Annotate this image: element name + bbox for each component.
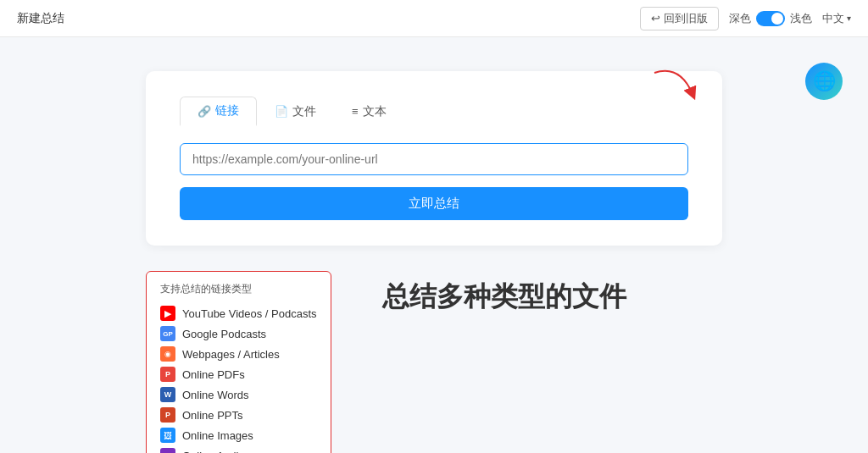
bottom-section: 支持总结的链接类型 ▶ YouTube Videos / Podcasts GP… (146, 271, 722, 453)
theme-light-label: 浅色 (790, 11, 812, 26)
page-title: 新建总结 (17, 11, 64, 26)
tab-group: 🔗 链接 📄 文件 ≡ 文本 (180, 97, 688, 126)
list-item: P Online PDFs (160, 364, 317, 384)
old-version-icon: ↩ (651, 12, 660, 25)
lang-label: 中文 (822, 11, 844, 26)
tab-link[interactable]: 🔗 链接 (180, 97, 257, 126)
list-item: ♪ Online Audios (160, 445, 317, 453)
ppt-icon: P (160, 407, 175, 423)
old-version-button[interactable]: ↩ 回到旧版 (640, 7, 719, 30)
list-item: ◉ Webpages / Articles (160, 344, 317, 364)
old-version-label: 回到旧版 (664, 11, 708, 26)
text-icon: ≡ (352, 105, 359, 118)
globe-icon: 🌐 (805, 63, 843, 100)
item-label: Google Podcasts (182, 328, 266, 340)
arrow-wrap (404, 97, 688, 126)
input-card: 🔗 链接 📄 文件 ≡ 文本 (146, 71, 722, 246)
theme-toggle-thumb (771, 13, 783, 25)
item-label: Webpages / Articles (182, 348, 280, 361)
header-right: ↩ 回到旧版 深色 浅色 中文 ▾ (640, 7, 851, 30)
item-label: Online PPTs (182, 409, 243, 422)
item-label: Online PDFs (182, 368, 245, 381)
item-label: YouTube Videos / Podcasts (182, 307, 317, 320)
image-icon: 🖼 (160, 428, 175, 443)
language-selector[interactable]: 中文 ▾ (822, 11, 851, 26)
theme-toggle: 深色 浅色 (729, 11, 812, 26)
item-label: Online Images (182, 429, 253, 442)
word-icon: W (160, 387, 175, 402)
header: 新建总结 ↩ 回到旧版 深色 浅色 中文 ▾ (0, 0, 868, 37)
youtube-icon: ▶ (160, 306, 175, 321)
tab-text[interactable]: ≡ 文本 (334, 97, 404, 126)
tab-file-label: 文件 (292, 104, 316, 119)
tab-text-label: 文本 (363, 104, 387, 119)
pdf-icon: P (160, 367, 175, 382)
google-podcast-icon: GP (160, 326, 175, 341)
submit-button[interactable]: 立即总结 (180, 187, 688, 220)
webpage-icon: ◉ (160, 346, 175, 362)
tab-link-label: 链接 (215, 103, 239, 119)
url-input-wrap (180, 143, 688, 175)
url-input[interactable] (180, 143, 688, 175)
list-item: 🖼 Online Images (160, 425, 317, 445)
supported-list-title: 支持总结的链接类型 (160, 282, 317, 296)
item-label: Online Audios (182, 450, 250, 454)
link-icon: 🔗 (198, 105, 211, 118)
supported-list: 支持总结的链接类型 ▶ YouTube Videos / Podcasts GP… (146, 271, 331, 453)
theme-dark-label: 深色 (729, 11, 751, 26)
main-content: 🌐 🔗 链接 📄 文件 ≡ 文本 (0, 37, 868, 453)
chevron-down-icon: ▾ (847, 14, 851, 23)
audio-icon: ♪ (160, 448, 175, 453)
list-item: GP Google Podcasts (160, 323, 317, 344)
arrow-indicator (646, 64, 705, 107)
promo-text: 总结多种类型的文件 (382, 271, 626, 315)
theme-toggle-track[interactable] (756, 11, 785, 26)
file-icon: 📄 (275, 105, 288, 118)
item-label: Online Words (182, 389, 249, 401)
list-item: ▶ YouTube Videos / Podcasts (160, 303, 317, 323)
list-item: W Online Words (160, 384, 317, 405)
list-item: P Online PPTs (160, 405, 317, 425)
tab-file[interactable]: 📄 文件 (257, 97, 334, 126)
